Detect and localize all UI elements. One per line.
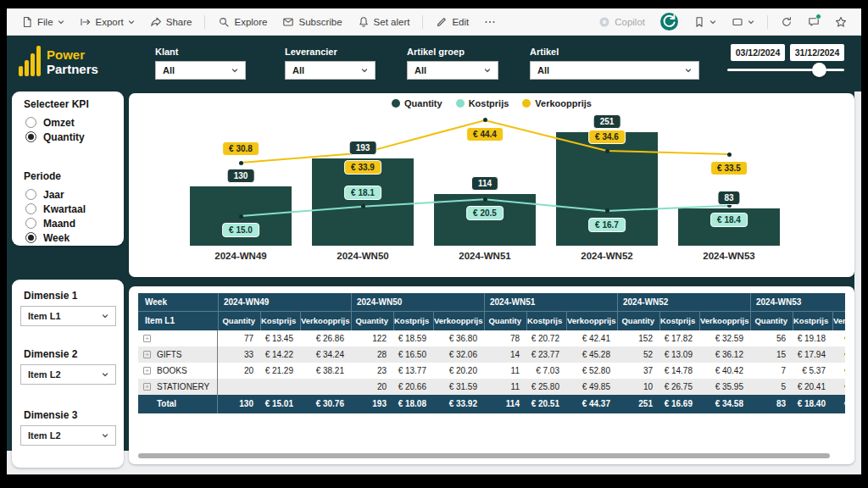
- total-label: Total: [157, 395, 176, 413]
- verkoopprijs-label: € 33.5: [710, 161, 748, 175]
- share-button[interactable]: Share: [144, 14, 198, 30]
- set-alert-button[interactable]: Set alert: [352, 14, 416, 30]
- filter-leverancier: LeverancierAll: [285, 47, 376, 80]
- explore-button[interactable]: Explore: [212, 14, 273, 30]
- toolbar-separator: [422, 15, 423, 29]
- star-icon: [835, 16, 847, 28]
- periode-title: Periode: [12, 144, 124, 182]
- comment-icon: [808, 16, 820, 28]
- chevron-down-icon: [361, 67, 368, 74]
- expand-icon[interactable]: +: [143, 351, 151, 358]
- value-cell: 37: [617, 363, 659, 379]
- date-start-input[interactable]: 03/12/2024: [731, 44, 785, 61]
- value-cell: 20: [218, 363, 260, 379]
- radio-periode-jaar[interactable]: Jaar: [12, 187, 124, 202]
- bar-value-label: 114: [471, 176, 498, 191]
- value-cell: € 36.80: [433, 330, 484, 347]
- value-cell: €: [832, 330, 845, 347]
- value-cell: 10: [617, 379, 659, 395]
- data-point-icon: [361, 204, 365, 208]
- x-axis-label: 2024-WN51: [459, 251, 510, 261]
- radio-periode-maand[interactable]: Maand: [12, 216, 124, 230]
- expand-icon[interactable]: +: [143, 383, 151, 391]
- value-cell: € 20.41: [793, 379, 832, 395]
- explore-label: Explore: [234, 17, 267, 27]
- kpi-title: Selecteer KPI: [12, 92, 124, 110]
- bar-value-label: 130: [227, 169, 255, 183]
- filter-dropdown[interactable]: All: [285, 61, 376, 80]
- data-point-icon: [605, 208, 609, 213]
- value-cell: € 36.12: [699, 347, 750, 363]
- radio-label: Jaar: [43, 189, 64, 201]
- subscribe-button[interactable]: Subscribe: [276, 14, 348, 30]
- value-cell: € 26.86: [300, 330, 351, 347]
- data-point-icon: [239, 214, 243, 219]
- total-value-cell: € 18.40: [793, 395, 832, 413]
- filter-value: All: [415, 65, 426, 75]
- value-cell: € 38.21: [300, 363, 351, 379]
- table-total-row: Total130€ 15.01€ 30.76193€ 18.08€ 33.921…: [138, 395, 845, 413]
- metric-header-verkoopprijs: Verkoopprijs: [566, 312, 617, 330]
- copilot-label: Copilot: [615, 17, 645, 27]
- filter-label: Artikel: [530, 47, 699, 57]
- filter-klant: KlantAll: [155, 47, 246, 80]
- total-value-cell: € 20.51: [526, 395, 566, 413]
- reset-default-button[interactable]: [654, 10, 684, 33]
- verkoopprijs-label: € 44.4: [466, 127, 504, 141]
- matrix-table: Week2024-WN492024-WN502024-WN512024-WN52…: [138, 293, 845, 415]
- table-row-gifts: +GIFTS33€ 14.22€ 34.2428€ 16.50€ 32.0614…: [138, 347, 845, 363]
- value-cell: 56: [750, 330, 793, 347]
- expand-icon[interactable]: +: [143, 367, 151, 374]
- table-horizontal-scrollbar[interactable]: [138, 453, 830, 458]
- value-cell: € 35.95: [699, 379, 750, 395]
- file-button[interactable]: File: [15, 14, 70, 30]
- value-cell: 7: [750, 363, 793, 379]
- date-slider-track[interactable]: [727, 69, 844, 71]
- dimensie-3-dropdown[interactable]: Item L2: [20, 425, 116, 446]
- value-cell: € 20.72: [526, 330, 566, 347]
- comments-button[interactable]: [802, 14, 826, 30]
- data-point-icon: [239, 161, 243, 165]
- filter-dropdown[interactable]: All: [530, 61, 699, 80]
- kostprijs-label: € 20.5: [466, 206, 504, 220]
- date-slider-handle[interactable]: [812, 63, 826, 77]
- table-header-weeks: Week2024-WN492024-WN502024-WN512024-WN52…: [138, 293, 845, 312]
- share-label: Share: [166, 17, 192, 27]
- dimensie-1-dropdown[interactable]: Item L1: [20, 306, 116, 326]
- value-cell: 122: [351, 330, 393, 347]
- radio-kpi-omzet[interactable]: Omzet: [12, 115, 124, 130]
- date-end-input[interactable]: 31/12/2024: [790, 44, 844, 61]
- reset-icon: [660, 13, 678, 30]
- total-value-cell: 130: [218, 395, 260, 413]
- value-cell: € 7.03: [526, 363, 566, 379]
- refresh-button[interactable]: [775, 14, 798, 30]
- radio-label: Quantity: [43, 131, 85, 143]
- kpi-periode-panel: Selecteer KPI OmzetQuantity Periode Jaar…: [12, 92, 124, 246]
- filter-dropdown[interactable]: All: [155, 61, 246, 80]
- radio-kpi-quantity[interactable]: Quantity: [12, 130, 124, 144]
- radio-unselected-icon: [25, 189, 36, 200]
- bookmarks-button[interactable]: [687, 14, 722, 30]
- favorite-button[interactable]: [829, 14, 853, 30]
- value-cell: € 13.45: [260, 330, 300, 347]
- x-axis-label: 2024-WN49: [214, 251, 266, 261]
- view-button[interactable]: [726, 14, 760, 30]
- value-cell: € 45.28: [566, 347, 617, 363]
- export-button[interactable]: Export: [74, 14, 141, 30]
- expand-icon[interactable]: +: [143, 335, 151, 342]
- value-cell: € 18.59: [393, 330, 433, 347]
- value-cell: € 31.59: [433, 379, 484, 395]
- more-options-button[interactable]: [478, 14, 502, 30]
- metric-header-verkoopprijs: Verkoopprijs: [300, 312, 351, 330]
- combo-chart: 13019311425183€ 30.8€ 33.9€ 44.4€ 34.6€ …: [129, 93, 854, 277]
- edit-button[interactable]: Edit: [430, 14, 475, 30]
- dimensie-3-title: Dimensie 3: [12, 409, 77, 421]
- filter-value: All: [537, 65, 549, 75]
- radio-periode-week[interactable]: Week: [12, 230, 124, 245]
- filter-dropdown[interactable]: All: [407, 61, 498, 80]
- metric-header-quantity: Quantity: [484, 312, 526, 330]
- toolbar: FileExportShareExploreSubscribeSet alert…: [7, 8, 861, 36]
- toolbar-right: Copilot: [593, 10, 853, 33]
- radio-periode-kwartaal[interactable]: Kwartaal: [12, 202, 124, 216]
- dimensie-2-dropdown[interactable]: Item L2: [20, 364, 116, 385]
